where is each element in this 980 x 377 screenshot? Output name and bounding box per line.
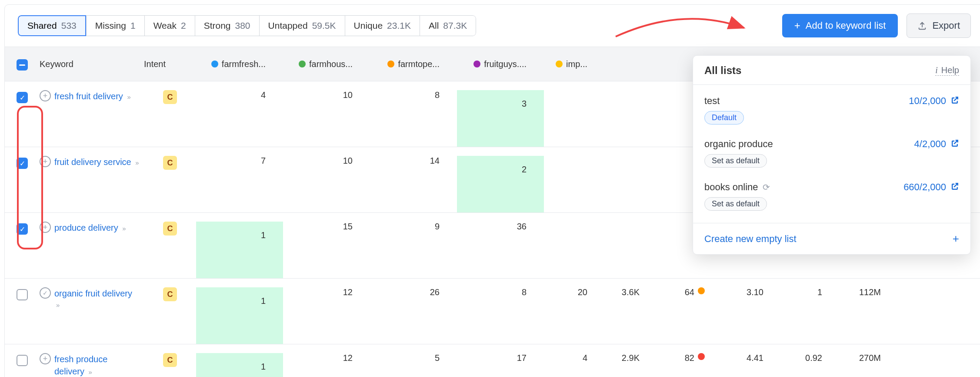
competitor-rank: 8: [457, 287, 544, 297]
keyword-link[interactable]: fresh fruit delivery »: [54, 90, 131, 102]
list-count-link[interactable]: 4/2,000: [914, 138, 959, 150]
intent-badge: C: [163, 222, 177, 236]
row-checkbox[interactable]: ✓: [17, 223, 28, 235]
tab-count: 23.1K: [387, 20, 411, 31]
tab-count: 2: [181, 20, 186, 31]
chevron-icon: »: [135, 159, 139, 166]
list-count-link[interactable]: 10/2,000: [909, 95, 959, 107]
tab-label: All: [429, 20, 439, 31]
table-row: +fresh produce delivery »C11251742.9K824…: [5, 344, 980, 377]
tab-all[interactable]: All 87.3K: [420, 15, 476, 36]
cpc-cell: 3.10: [718, 287, 777, 297]
column-competitor-1[interactable]: farmfresh...: [196, 59, 283, 69]
create-new-list-link[interactable]: Create new empty list: [704, 233, 797, 245]
chevron-icon: »: [56, 301, 60, 309]
competitor-rank: 3: [522, 90, 527, 109]
competitor-rank: 36: [457, 222, 544, 232]
keyword-link[interactable]: fruit delivery service »: [54, 156, 139, 168]
competitor-rank: 1: [261, 222, 266, 240]
help-link[interactable]: i Help: [935, 65, 959, 76]
tab-label: Unique: [354, 20, 383, 31]
tab-count: 380: [235, 20, 250, 31]
competitor-dot-icon: [473, 61, 480, 67]
competitor-dot-icon: [299, 61, 306, 67]
competitor-rank: 12: [283, 353, 370, 363]
competitor-rank: 1: [261, 353, 266, 372]
difficulty-dot-icon: [698, 353, 705, 360]
competitor-rank: 5: [370, 353, 457, 363]
results-cell: 270M: [831, 353, 887, 363]
column-keyword[interactable]: Keyword: [40, 59, 144, 69]
competitor-rank: 10: [283, 90, 370, 100]
column-intent[interactable]: Intent: [144, 59, 196, 69]
tab-weak[interactable]: Weak 2: [144, 15, 195, 36]
list-count-link[interactable]: 660/2,000: [903, 182, 959, 193]
intent-badge: C: [163, 90, 177, 104]
difficulty-dot-icon: [698, 287, 705, 294]
list-name: test: [704, 95, 720, 107]
competitor-rank: 1: [261, 287, 266, 306]
column-competitor-2[interactable]: farmhous...: [283, 59, 370, 69]
competitor-rank: 8: [370, 90, 457, 100]
competitor-dot-icon: [211, 61, 218, 67]
add-keyword-icon[interactable]: +: [40, 353, 51, 364]
volume-cell: 2.9K: [596, 353, 653, 363]
column-competitor-4[interactable]: fruitguys....: [457, 59, 544, 69]
column-competitor-5[interactable]: imp...: [544, 59, 596, 69]
intent-badge: C: [163, 287, 177, 301]
set-default-button[interactable]: Set as default: [704, 197, 767, 211]
chevron-icon: »: [127, 93, 130, 101]
competitor-rank: 4: [196, 90, 283, 100]
chevron-icon: »: [88, 368, 92, 376]
list-item[interactable]: test10/2,000Default: [693, 89, 970, 132]
add-keyword-icon[interactable]: +: [40, 156, 51, 167]
keyword-link[interactable]: fresh produce delivery »: [54, 353, 140, 377]
competitor-rank: 4: [544, 353, 596, 363]
tab-label: Untapped: [268, 20, 308, 31]
row-checkbox[interactable]: [17, 289, 28, 300]
list-item[interactable]: books online⟳660/2,000Set as default: [693, 175, 970, 219]
com-cell: 1: [777, 287, 831, 297]
tab-count: 87.3K: [443, 20, 467, 31]
added-icon: ✓: [40, 287, 51, 299]
add-keyword-icon[interactable]: +: [40, 90, 51, 101]
export-button[interactable]: Export: [907, 13, 971, 38]
kd-cell: 64: [653, 287, 718, 297]
filter-tabs: Shared 533 Missing 1 Weak 2 Strong 380 U…: [18, 15, 476, 36]
row-checkbox[interactable]: ✓: [17, 158, 28, 169]
tab-shared[interactable]: Shared 533: [18, 15, 86, 36]
create-list-plus-icon[interactable]: +: [953, 232, 959, 246]
competitor-rank: 17: [457, 353, 544, 363]
tab-strong[interactable]: Strong 380: [195, 15, 259, 36]
set-default-button[interactable]: Set as default: [704, 154, 767, 168]
tab-missing[interactable]: Missing 1: [86, 15, 144, 36]
select-all-checkbox[interactable]: [17, 59, 28, 71]
tab-label: Shared: [27, 20, 57, 31]
tab-label: Strong: [204, 20, 231, 31]
tab-count: 1: [130, 20, 136, 31]
add-to-keyword-list-button[interactable]: + Add to keyword list: [782, 14, 898, 37]
keyword-link[interactable]: organic fruit delivery »: [54, 287, 140, 310]
tab-count: 59.5K: [312, 20, 336, 31]
row-checkbox[interactable]: ✓: [17, 92, 28, 103]
keyword-link[interactable]: produce delivery »: [54, 222, 126, 234]
add-keyword-icon[interactable]: +: [40, 222, 51, 233]
cpc-cell: 4.41: [718, 353, 777, 363]
list-item[interactable]: organic produce4/2,000Set as default: [693, 132, 970, 175]
table-row: ✓organic fruit delivery »C112268203.6K64…: [5, 279, 980, 344]
competitor-rank: 26: [370, 287, 457, 297]
tab-count: 533: [61, 20, 77, 31]
competitor-dot-icon: [387, 61, 394, 67]
tab-untapped[interactable]: Untapped 59.5K: [259, 15, 345, 36]
row-checkbox[interactable]: [17, 355, 28, 366]
volume-cell: 3.6K: [596, 287, 653, 297]
default-badge: Default: [704, 111, 744, 125]
tab-unique[interactable]: Unique 23.1K: [345, 15, 420, 36]
results-cell: 112M: [831, 287, 887, 297]
kd-cell: 82: [653, 353, 718, 363]
tab-label: Missing: [95, 20, 126, 31]
tab-label: Weak: [153, 20, 177, 31]
column-competitor-3[interactable]: farmtope...: [370, 59, 457, 69]
competitor-rank: 14: [370, 156, 457, 166]
competitor-rank: 9: [370, 222, 457, 232]
